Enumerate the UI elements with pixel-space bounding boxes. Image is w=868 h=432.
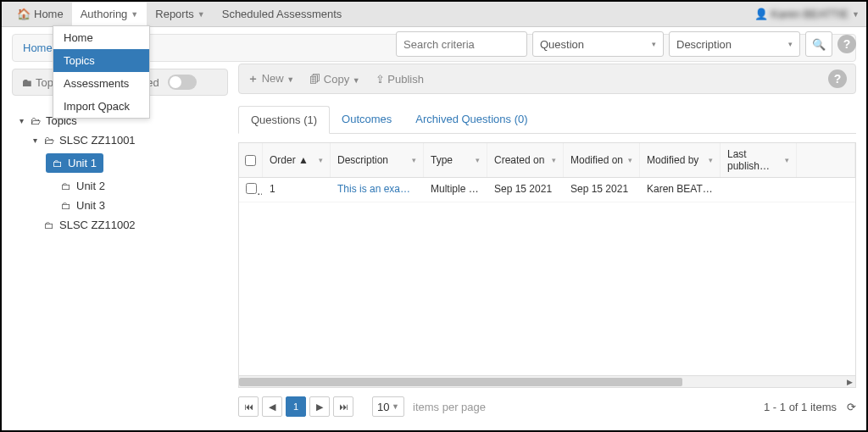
help-toolbar-button[interactable]: ? <box>828 69 847 88</box>
folder-icon: 🗀 <box>61 200 71 212</box>
collapse-icon[interactable]: ▾ <box>31 136 39 145</box>
search-button[interactable]: 🔍 <box>805 31 832 57</box>
col-header-description[interactable]: Description▾ <box>331 143 424 177</box>
pager-first-button[interactable]: ⏮ <box>238 396 259 417</box>
copy-label: Copy <box>324 73 349 86</box>
nav-scheduled[interactable]: Scheduled Assessments <box>214 3 351 25</box>
cell-spacer <box>797 178 855 202</box>
folder-open-icon: 🗁 <box>44 135 54 147</box>
chevron-down-icon[interactable]: ▾ <box>319 156 323 164</box>
show-archived-toggle[interactable] <box>168 75 197 90</box>
search-field-value: Question <box>540 38 584 51</box>
copy-button[interactable]: 🗐 Copy ▼ <box>309 73 360 86</box>
tree-course-2-label: SLSC ZZ11002 <box>59 219 136 231</box>
dd-item-assessments[interactable]: Assessments <box>53 72 149 95</box>
pager-left: ⏮ ◀ 1 ▶ ⏭ 10 ▼ items per page <box>238 396 486 417</box>
row-checkbox[interactable] <box>246 183 257 194</box>
dd-item-import-qpack[interactable]: Import Qpack <box>53 95 149 118</box>
nav-scheduled-label: Scheduled Assessments <box>222 8 342 20</box>
chevron-down-icon[interactable]: ▾ <box>552 156 556 164</box>
col-modby-label: Modified by <box>647 154 698 166</box>
nav-reports[interactable]: Reports ▼ <box>147 3 213 25</box>
publish-label: Publish <box>387 73 424 86</box>
top-nav-left: 🏠 Home Authoring ▼ Reports ▼ Scheduled A… <box>8 3 350 25</box>
action-left: ＋ New ▼ 🗐 Copy ▼ ⇪ Publish <box>248 71 424 86</box>
col-header-checkbox <box>239 143 263 177</box>
page-size-select[interactable]: 10 ▼ <box>372 396 404 417</box>
col-type-label: Type <box>431 154 453 166</box>
breadcrumb-home[interactable]: Home <box>23 42 53 54</box>
topic-tree: ▾ 🗁 Topics ▾ 🗁 SLSC ZZ11001 🗀 Unit 1 🗀 U… <box>12 111 228 235</box>
collapse-icon[interactable]: ▾ <box>17 116 25 125</box>
tree-unit-3[interactable]: 🗀 Unit 3 <box>15 196 225 215</box>
pager-page-1[interactable]: 1 <box>286 396 306 417</box>
dd-item-home[interactable]: Home <box>53 26 149 49</box>
top-nav: 🏠 Home Authoring ▼ Reports ▼ Scheduled A… <box>2 2 866 27</box>
cell-modified-on: Sep 15 2021 <box>564 178 640 202</box>
pager-next-button[interactable]: ▶ <box>309 396 330 417</box>
new-label: New <box>262 72 284 85</box>
search-field-select[interactable]: Question ▾ <box>532 31 664 57</box>
col-header-created-on[interactable]: Created on▾ <box>487 143 564 177</box>
select-all-checkbox[interactable] <box>245 155 256 166</box>
nav-reports-label: Reports <box>155 8 194 20</box>
caret-down-icon: ▼ <box>392 402 399 411</box>
caret-down-icon: ▾ <box>652 40 656 48</box>
pager-last-button[interactable]: ⏭ <box>333 396 353 417</box>
tab-questions[interactable]: Questions (1) <box>238 106 330 134</box>
tree-unit-1[interactable]: 🗀 Unit 1 <box>15 150 225 176</box>
help-search-button[interactable]: ? <box>837 35 856 53</box>
chevron-down-icon[interactable]: ▾ <box>785 156 789 164</box>
tree-course-1[interactable]: ▾ 🗁 SLSC ZZ11001 <box>15 130 225 150</box>
col-order-label: Order ▲ <box>270 154 309 166</box>
tabs: Questions (1) Outcomes Archived Question… <box>238 106 856 134</box>
nav-authoring[interactable]: Authoring ▼ <box>72 3 147 25</box>
col-header-order[interactable]: Order ▲▾ <box>263 143 331 177</box>
dd-item-topics[interactable]: Topics <box>53 49 149 72</box>
col-header-spacer <box>797 143 855 177</box>
tree-unit-2[interactable]: 🗀 Unit 2 <box>15 176 225 196</box>
search-input[interactable] <box>396 31 527 57</box>
refresh-button[interactable]: ⟳ <box>847 401 856 413</box>
chevron-down-icon[interactable]: ▾ <box>476 156 480 164</box>
chevron-down-icon[interactable]: ▾ <box>628 156 632 164</box>
pager-prev-button[interactable]: ◀ <box>262 396 282 417</box>
user-name: Karen BEATTIE <box>771 8 849 20</box>
cell-description-link[interactable]: This is an example q… <box>331 178 424 202</box>
cell-order: 1 <box>263 178 331 202</box>
col-header-modified-on[interactable]: Modified on▾ <box>564 143 640 177</box>
horizontal-scrollbar[interactable]: ▶ <box>239 375 855 387</box>
cell-modified-by: Karen BEATTIE <box>640 178 721 202</box>
scrollbar-thumb[interactable] <box>239 378 682 386</box>
tree-course-2[interactable]: 🗀 SLSC ZZ11002 <box>15 215 225 235</box>
authoring-dropdown: Home Topics Assessments Import Qpack <box>53 25 150 119</box>
user-icon: 👤 <box>754 8 768 20</box>
chevron-down-icon[interactable]: ▾ <box>709 156 713 164</box>
tree-unit-2-label: Unit 2 <box>76 180 105 192</box>
search-row: Question ▾ Description ▾ 🔍 ? <box>238 31 856 57</box>
folder-icon: 🗀 <box>61 180 71 192</box>
new-button[interactable]: ＋ New ▼ <box>248 71 294 86</box>
tab-outcomes[interactable]: Outcomes <box>330 106 403 133</box>
table-row[interactable]: 1 This is an example q… Multiple choice … <box>239 178 855 202</box>
search-match-value: Description <box>676 38 732 51</box>
caret-down-icon: ▼ <box>852 10 860 19</box>
scroll-right-icon[interactable]: ▶ <box>843 376 855 388</box>
tree-course-1-label: SLSC ZZ11001 <box>59 134 136 147</box>
row-checkbox-cell <box>239 178 263 202</box>
grid-body: 1 This is an example q… Multiple choice … <box>239 178 855 375</box>
action-toolbar: ＋ New ▼ 🗐 Copy ▼ ⇪ Publish ? <box>238 64 856 94</box>
chevron-down-icon[interactable]: ▾ <box>412 156 416 164</box>
tab-archived-questions[interactable]: Archived Questions (0) <box>403 106 539 133</box>
pager-summary: 1 - 1 of 1 items <box>764 401 837 413</box>
col-header-last-published[interactable]: Last publish…▾ <box>721 143 797 177</box>
col-header-modified-by[interactable]: Modified by▾ <box>640 143 721 177</box>
search-match-select[interactable]: Description ▾ <box>669 31 800 57</box>
nav-home[interactable]: 🏠 Home <box>8 3 72 25</box>
col-header-type[interactable]: Type▾ <box>424 143 487 177</box>
cell-last-published <box>721 178 797 202</box>
user-menu[interactable]: 👤 Karen BEATTIE ▼ <box>754 8 860 20</box>
caret-down-icon: ▾ <box>788 40 793 48</box>
pager-right: 1 - 1 of 1 items ⟳ <box>764 401 856 413</box>
publish-button[interactable]: ⇪ Publish <box>376 73 424 86</box>
